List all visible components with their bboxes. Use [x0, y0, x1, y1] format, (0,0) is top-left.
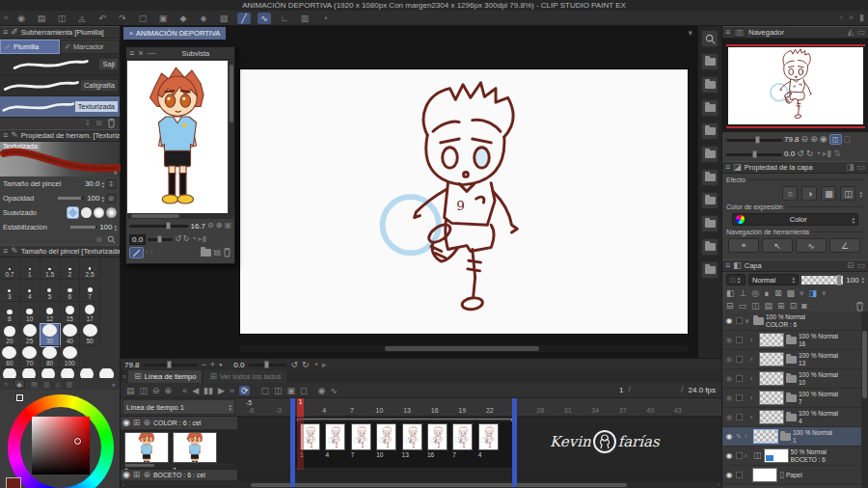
- menu-icon[interactable]: ≡: [3, 247, 8, 256]
- canvas-rotation-value[interactable]: 0.0: [233, 361, 244, 369]
- minimize-icon[interactable]: —: [148, 49, 156, 58]
- toolbar-icon[interactable]: ∟: [278, 13, 291, 24]
- menu-icon[interactable]: ≡: [3, 28, 8, 37]
- brush-size-cell[interactable]: 20: [0, 324, 20, 346]
- liquify-tool-icon[interactable]: ∿: [796, 238, 827, 253]
- brush-size-cell[interactable]: 17: [80, 302, 100, 324]
- subtool-tab[interactable]: ✐ Plumilla: [0, 40, 60, 54]
- subview-titlebar[interactable]: ≡ × — Subvista: [126, 47, 234, 60]
- edit-timeline-icon[interactable]: ▤: [126, 386, 135, 395]
- eye-icon[interactable]: ◉: [724, 432, 734, 441]
- select-box[interactable]: [736, 356, 743, 363]
- canvas-rotation-slider[interactable]: [248, 361, 286, 368]
- brush-size-cell[interactable]: 6: [60, 280, 80, 302]
- eye-icon[interactable]: ◉: [724, 316, 734, 325]
- brush-size-value[interactable]: 30.0: [85, 179, 100, 188]
- set-as-layer-color-icon[interactable]: ◨: [809, 289, 818, 298]
- eye-icon[interactable]: ◉: [724, 374, 734, 383]
- canvas-zoom-value[interactable]: 79.8: [124, 361, 140, 369]
- brush-size-cell[interactable]: 70: [20, 346, 41, 368]
- rotate-cw-icon[interactable]: ↻: [183, 235, 190, 243]
- zoom-out-icon[interactable]: ⊖: [207, 222, 214, 230]
- layer-list-scrollbar[interactable]: [861, 312, 868, 488]
- zoom-in-icon[interactable]: ⊕: [216, 222, 223, 230]
- lock-layer-icon[interactable]: ∎: [764, 289, 770, 298]
- scroll-right-icon[interactable]: ›: [718, 481, 719, 487]
- canvas-h-scrollbar[interactable]: [240, 345, 688, 352]
- zoom-out-icon[interactable]: ⊖: [801, 135, 809, 144]
- brush-item[interactable]: Caligrafía: [0, 75, 120, 96]
- import-icon[interactable]: ↧: [85, 120, 92, 127]
- brush-size-cell[interactable]: 3: [0, 280, 20, 302]
- material-folder-icon[interactable]: [701, 169, 719, 186]
- fit-screen-icon[interactable]: ▣: [224, 222, 231, 230]
- toolbar-icon[interactable]: ▤: [35, 13, 48, 24]
- halftone-icon[interactable]: ▩: [821, 186, 836, 201]
- new-raster-layer-icon[interactable]: ▭: [739, 302, 747, 311]
- select-box[interactable]: [736, 317, 743, 324]
- toolbar-icon[interactable]: ╱: [237, 13, 251, 24]
- navigator-zoom-value[interactable]: 79.8: [784, 135, 800, 144]
- extra-tab-icon[interactable]: ▭: [856, 261, 865, 270]
- tab-all-sides[interactable]: ⊞ Ver todos los lados: [203, 370, 286, 383]
- track-sketch-header[interactable]: ◉ ⊞ ⊕ BOCETO : 6 : cel: [121, 470, 237, 481]
- brush-item[interactable]: Saji: [0, 54, 120, 75]
- menu-icon[interactable]: ≡: [122, 373, 126, 380]
- stepper-icon[interactable]: ▴▾: [101, 180, 104, 188]
- select-box[interactable]: [736, 375, 743, 382]
- subview-rotation-value[interactable]: 0.0: [129, 234, 146, 245]
- transfer-layer-icon[interactable]: ⊞: [777, 302, 785, 311]
- zoom-100-icon[interactable]: ◉: [820, 135, 827, 144]
- opacity-slider[interactable]: [58, 197, 85, 200]
- expand-icon[interactable]: ›: [750, 337, 757, 343]
- search-material-icon[interactable]: [701, 30, 719, 47]
- menu-icon[interactable]: ≡: [725, 261, 730, 270]
- clip-at-layer-icon[interactable]: ◧: [726, 289, 735, 298]
- start-marker[interactable]: [290, 398, 295, 487]
- fit-to-screen-icon[interactable]: ◫: [829, 134, 842, 145]
- menu-icon[interactable]: ≡: [129, 49, 134, 58]
- reset-rotation-icon[interactable]: ◔: [313, 361, 318, 369]
- pencil-line-icon[interactable]: ∿: [330, 386, 338, 395]
- toolbar-icon[interactable]: ∿: [258, 13, 271, 24]
- select-box[interactable]: [736, 337, 743, 343]
- timeline-cel[interactable]: 7: [452, 423, 477, 458]
- track-color-header[interactable]: ◉ ⊞ ⊕ COLOR : 6 : cel: [121, 417, 237, 430]
- tone-effect-icon[interactable]: ◑: [801, 186, 817, 201]
- cel-batch-icon[interactable]: ▣: [286, 386, 295, 395]
- expand-icon[interactable]: ›: [750, 356, 757, 363]
- search-icon[interactable]: [107, 235, 116, 244]
- onion-skin-icon[interactable]: ◻: [300, 386, 307, 395]
- subview-zoom-value[interactable]: 16.7: [190, 222, 205, 230]
- toolbar-icon[interactable]: ▢: [136, 13, 149, 24]
- brush-size-cell[interactable]: 5: [41, 280, 61, 302]
- toolbar-icon[interactable]: ◫: [55, 13, 68, 24]
- border-effect-icon[interactable]: ○: [782, 186, 798, 201]
- change-ruler-icon[interactable]: ⊟: [726, 302, 734, 311]
- select-box[interactable]: [736, 414, 743, 420]
- flip-horizontal-icon[interactable]: ▸▮: [198, 235, 205, 243]
- toolbar-icon[interactable]: ◔: [318, 13, 332, 24]
- smoothing-option-2[interactable]: [94, 207, 104, 218]
- new-timeline-icon[interactable]: ◫: [140, 386, 149, 395]
- combine-layer-icon[interactable]: ⊡: [790, 302, 798, 311]
- line-correct-tool-icon[interactable]: ∠: [829, 238, 860, 253]
- opacity-value[interactable]: 100: [87, 194, 99, 203]
- subtool-tab[interactable]: ✐ Marcador: [60, 40, 120, 54]
- layer-opacity-value[interactable]: 100: [846, 276, 858, 285]
- play-icon[interactable]: ▶: [218, 386, 225, 395]
- delete-icon[interactable]: [223, 248, 231, 258]
- flip-icon[interactable]: ▸: [322, 361, 327, 369]
- stepper-icon[interactable]: ▾: [800, 289, 804, 298]
- new-vector-layer-icon[interactable]: ◫: [751, 302, 760, 311]
- extra-tab-icon[interactable]: ◨: [846, 163, 854, 172]
- edit-list-icon[interactable]: ▤: [213, 249, 221, 257]
- zoom-reset-icon[interactable]: ▪: [219, 361, 222, 369]
- timeline-cel[interactable]: 7: [351, 423, 376, 458]
- layer-group-boceto[interactable]: ◉ › ◫ 50 % Normal BOCETO : 6: [722, 447, 862, 466]
- zoom-in-icon[interactable]: +: [210, 361, 215, 369]
- subview-rotation-slider[interactable]: [148, 235, 173, 243]
- expand-icon[interactable]: ›: [750, 414, 757, 420]
- stabilization-slider[interactable]: [70, 226, 97, 229]
- collapse-left-icon[interactable]: «: [4, 14, 9, 22]
